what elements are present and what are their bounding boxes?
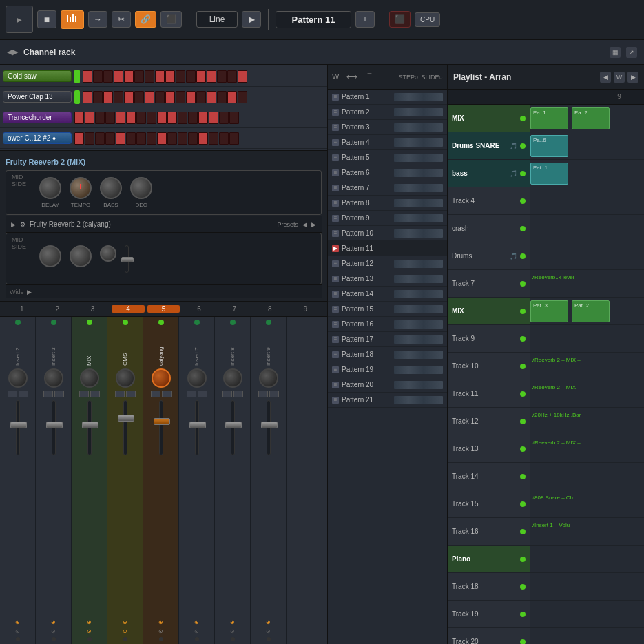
pattern-item-1[interactable]: ≡Pattern 1 (328, 90, 447, 105)
beat-cell[interactable] (167, 112, 177, 124)
beat-cell[interactable] (145, 70, 154, 83)
plugin2-knob2[interactable] (70, 245, 92, 267)
presets-label[interactable]: Presets (277, 221, 298, 228)
track-dot-6[interactable] (520, 253, 526, 259)
toolbar-stamp-btn[interactable]: ⬛ (160, 11, 182, 28)
plugin2-knob3[interactable] (100, 245, 116, 262)
fader-handle-7[interactable] (225, 422, 242, 428)
track-dot-10[interactable] (520, 364, 526, 369)
beat-cell[interactable] (147, 112, 156, 124)
pattern-item-10[interactable]: ≡Pattern 10 (328, 226, 447, 241)
mixer-mute-7[interactable] (222, 391, 232, 397)
mixer-solo-7[interactable] (233, 391, 243, 397)
track-dot-1[interactable] (520, 116, 526, 121)
pattern-item-3[interactable]: ≡Pattern 3 (328, 120, 447, 135)
beat-cell[interactable] (229, 132, 239, 145)
beat-cell[interactable] (229, 112, 239, 124)
track-block-1-0[interactable]: Pa..1 (530, 107, 568, 129)
pattern-toolbar-icon-2[interactable]: ⟷ (346, 72, 357, 81)
beat-cell[interactable] (116, 112, 125, 124)
beat-cell[interactable] (74, 112, 84, 124)
track-dot-13[interactable] (520, 446, 526, 452)
track-block-2-0[interactable]: Pa..6 (530, 135, 568, 157)
toolbar-cpu-btn[interactable]: CPU (415, 12, 440, 27)
pattern-toolbar-icon-1[interactable]: W (332, 72, 339, 81)
pattern-item-2[interactable]: ≡Pattern 2 (328, 105, 447, 120)
mixer-mute-3[interactable] (79, 391, 89, 397)
track-dot-7[interactable] (520, 281, 526, 287)
beat-cell[interactable] (105, 112, 115, 124)
track-dot-19[interactable] (520, 612, 526, 617)
fader-handle-2[interactable] (46, 422, 63, 428)
beat-cell[interactable] (93, 91, 103, 103)
pattern-item-21[interactable]: ≡Pattern 21 (328, 393, 447, 408)
mixer-dot-6[interactable] (194, 320, 200, 325)
track-dot-4[interactable] (520, 198, 526, 204)
mixer-solo-3[interactable] (90, 391, 100, 397)
mixer-mute-1[interactable] (8, 391, 17, 397)
mixer-btn-small-3[interactable] (87, 637, 92, 641)
beat-cell[interactable] (134, 70, 144, 83)
track-block-1-1[interactable]: Pa..2 (572, 107, 610, 129)
mixer-knob-3[interactable] (80, 368, 99, 388)
mixer-solo-2[interactable] (54, 391, 64, 397)
mixer-btn-small-2[interactable] (52, 637, 56, 641)
playlist-icon-prev[interactable]: ◀ (600, 72, 611, 83)
track-dot-15[interactable] (520, 501, 526, 507)
fader-handle-1[interactable] (10, 422, 27, 428)
pattern-item-14[interactable]: ≡Pattern 14 (328, 287, 447, 302)
fader-handle-8[interactable] (261, 422, 278, 428)
beat-cell[interactable] (83, 70, 92, 83)
beat-cell[interactable] (198, 132, 208, 145)
toolbar-transport-stop[interactable]: ■ (37, 10, 56, 28)
mixer-knob-8[interactable] (259, 368, 278, 388)
beat-cell[interactable] (196, 70, 206, 83)
beat-cell[interactable] (227, 70, 237, 83)
pattern-item-18[interactable]: ≡Pattern 18 (328, 347, 447, 362)
pattern-item-7[interactable]: ≡Pattern 7 (328, 180, 447, 196)
mixer-dot-2[interactable] (51, 320, 56, 325)
mixer-mute-6[interactable] (187, 391, 196, 397)
track-dot-11[interactable] (520, 391, 526, 397)
pattern-item-5[interactable]: ≡Pattern 5 (328, 150, 447, 165)
beat-cell[interactable] (176, 91, 185, 103)
beat-cell[interactable] (136, 112, 146, 124)
mixer-mute-5[interactable] (151, 391, 160, 397)
beat-cell[interactable] (238, 70, 247, 83)
channel-btn-trancechorder[interactable]: Trancechorder (3, 112, 72, 123)
beat-cell[interactable] (219, 112, 229, 124)
beat-cell[interactable] (165, 91, 175, 103)
beat-cell[interactable] (167, 132, 177, 145)
channel-btn-powerclap[interactable]: Power Clap 13 (3, 91, 72, 103)
mixer-mute-8[interactable] (258, 391, 268, 397)
beat-cell[interactable] (134, 91, 144, 103)
plugin2-knob1[interactable] (39, 245, 61, 267)
pattern-item-11[interactable]: ▶Pattern 11 (328, 241, 447, 256)
mixer-btn-small-6[interactable] (195, 637, 199, 641)
track-dot-14[interactable] (520, 474, 526, 479)
track-block-8-0[interactable]: Pat..3 (530, 300, 568, 322)
beat-cell[interactable] (95, 112, 105, 124)
mixer-knob-7[interactable] (223, 368, 242, 388)
pattern-item-15[interactable]: ≡Pattern 15 (328, 302, 447, 317)
track-dot-17[interactable] (520, 557, 526, 562)
tempo-knob[interactable] (70, 177, 92, 199)
track-dot-9[interactable] (520, 336, 526, 342)
beat-cell[interactable] (178, 112, 187, 124)
fader-handle-5[interactable] (154, 418, 170, 425)
mixer-btn-small-1[interactable] (16, 637, 20, 641)
beat-cell[interactable] (219, 132, 229, 145)
beat-cell[interactable] (147, 132, 156, 145)
mixer-solo-5[interactable] (162, 391, 172, 397)
mixer-solo-4[interactable] (126, 391, 136, 397)
beat-cell[interactable] (74, 132, 84, 145)
beat-cell[interactable] (145, 91, 154, 103)
mixer-mute-2[interactable] (43, 391, 53, 397)
track-dot-8[interactable] (520, 309, 526, 314)
fader-handle-6[interactable] (189, 422, 206, 428)
mixer-knob-2[interactable] (44, 368, 63, 388)
beat-cell[interactable] (116, 132, 125, 145)
track-dot-18[interactable] (520, 584, 526, 590)
pattern-item-8[interactable]: ≡Pattern 8 (328, 196, 447, 211)
mixer-dot-3[interactable] (87, 320, 92, 325)
